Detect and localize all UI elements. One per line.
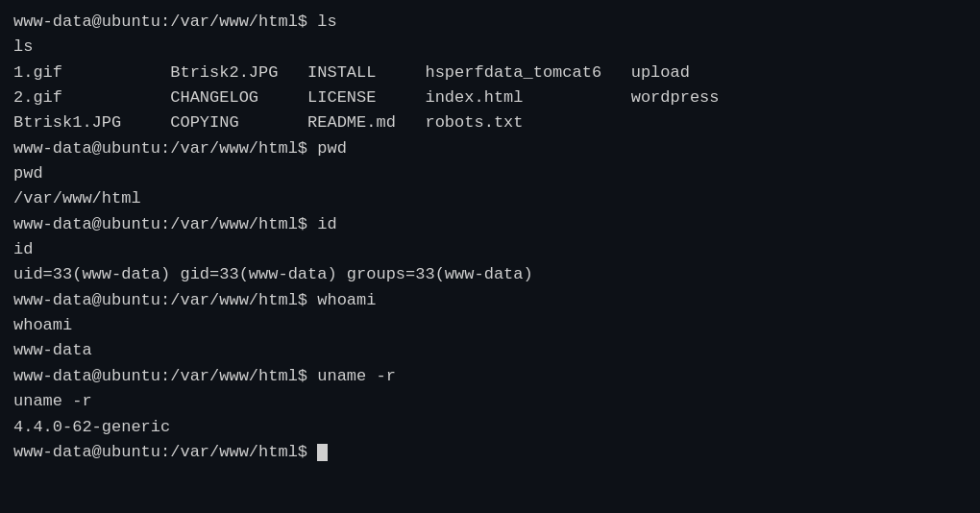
- terminal-line: www-data@ubuntu:/var/www/html$ pwd: [13, 136, 967, 161]
- terminal-line: /var/www/html: [13, 186, 967, 211]
- terminal-line: uname -r: [13, 389, 967, 414]
- terminal-line: www-data@ubuntu:/var/www/html$ id: [13, 212, 967, 237]
- terminal-line: id: [13, 237, 967, 262]
- terminal-line: www-data: [13, 338, 967, 363]
- terminal-line: Btrisk1.JPG COPYING README.md robots.txt: [13, 110, 967, 135]
- terminal-line: 1.gif Btrisk2.JPG INSTALL hsperfdata_tom…: [13, 61, 967, 86]
- terminal-line: pwd: [13, 161, 967, 186]
- terminal-line: www-data@ubuntu:/var/www/html$: [13, 440, 967, 465]
- terminal-cursor: [317, 444, 328, 461]
- terminal-line: uid=33(www-data) gid=33(www-data) groups…: [13, 262, 967, 287]
- terminal-line: www-data@ubuntu:/var/www/html$ ls: [13, 10, 967, 35]
- terminal-line: whoami: [13, 313, 967, 338]
- terminal-line: www-data@ubuntu:/var/www/html$ uname -r: [13, 364, 967, 389]
- terminal-window[interactable]: www-data@ubuntu:/var/www/html$ lsls1.gif…: [0, 0, 980, 513]
- terminal-line: 4.4.0-62-generic: [13, 415, 967, 440]
- terminal-line: 2.gif CHANGELOG LICENSE index.html wordp…: [13, 86, 967, 110]
- terminal-line: www-data@ubuntu:/var/www/html$ whoami: [13, 288, 967, 313]
- terminal-line: ls: [13, 35, 967, 60]
- prompt-text: www-data@ubuntu:/var/www/html$: [13, 443, 317, 461]
